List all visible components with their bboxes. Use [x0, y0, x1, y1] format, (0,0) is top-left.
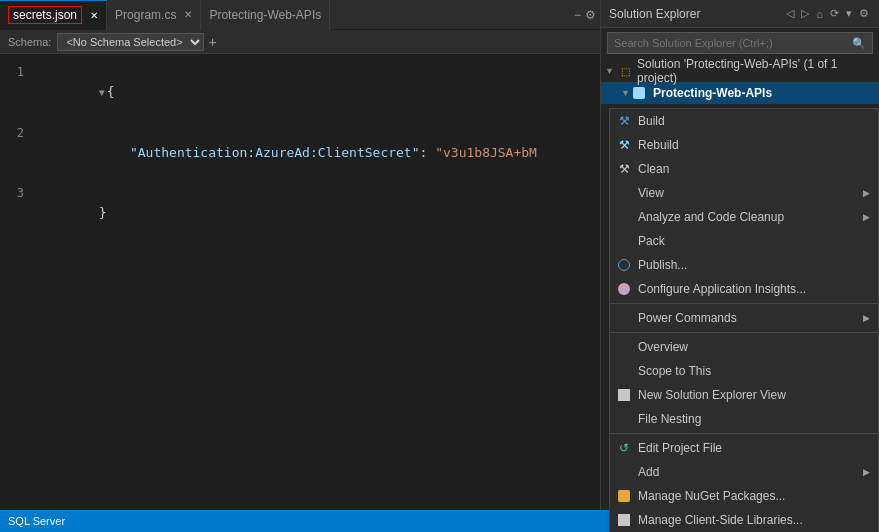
tab-close-secrets[interactable]: ✕	[90, 10, 98, 21]
search-icon: 🔍	[852, 37, 866, 50]
context-menu-label-view: View	[638, 186, 857, 200]
pack-icon	[616, 233, 632, 249]
context-menu-item-add[interactable]: Add ▶	[610, 460, 878, 484]
editproject-icon: ↺	[616, 440, 632, 456]
context-menu-label-client: Manage Client-Side Libraries...	[638, 513, 870, 527]
build-icon: ⚒	[616, 113, 632, 129]
minimize-icon[interactable]: −	[574, 8, 581, 22]
se-sync-btn[interactable]: ⟳	[828, 6, 841, 21]
power-icon	[616, 310, 632, 326]
se-back-btn[interactable]: ◁	[784, 6, 796, 21]
line-number-3: 3	[0, 183, 36, 203]
tree-item-project[interactable]: ▼ Protecting-Web-APIs	[601, 82, 879, 104]
context-menu-item-power[interactable]: Power Commands ▶	[610, 306, 878, 330]
context-menu-label-overview: Overview	[638, 340, 870, 354]
solution-explorer-title: Solution Explorer	[609, 7, 700, 21]
context-menu-item-overview[interactable]: Overview	[610, 335, 878, 359]
line-content-1: ▼{	[36, 62, 600, 123]
overview-icon	[616, 339, 632, 355]
context-menu-item-client[interactable]: Manage Client-Side Libraries...	[610, 508, 878, 532]
collapse-arrow[interactable]: ▼	[99, 87, 105, 98]
context-menu-label-rebuild: Rebuild	[638, 138, 870, 152]
context-menu-label-power: Power Commands	[638, 311, 857, 325]
tab-label-secrets: secrets.json	[8, 6, 82, 24]
tab-secrets-json[interactable]: secrets.json ✕	[0, 0, 107, 30]
context-menu-item-pack[interactable]: Pack	[610, 229, 878, 253]
code-line-2: 2 "Authentication:AzureAd:ClientSecret":…	[0, 123, 600, 183]
solution-icon: ⬚	[617, 63, 633, 79]
context-menu-item-view[interactable]: View ▶	[610, 181, 878, 205]
separator-2	[610, 332, 878, 333]
project-icon	[633, 87, 645, 99]
rebuild-icon: ⚒	[616, 137, 632, 153]
se-more-btn[interactable]: ⚙	[857, 6, 871, 21]
solution-label: Solution 'Protecting-Web-APIs' (1 of 1 p…	[637, 58, 875, 85]
power-submenu-arrow: ▶	[863, 313, 870, 323]
context-menu-label-build: Build	[638, 114, 870, 128]
tree-arrow-solution: ▼	[605, 66, 617, 76]
code-line-3: 3 }	[0, 183, 600, 243]
context-menu-label-editproject: Edit Project File	[638, 441, 870, 455]
schema-add-button[interactable]: +	[208, 34, 216, 50]
context-menu-item-scope[interactable]: Scope to This	[610, 359, 878, 383]
status-sql-server: SQL Server	[8, 515, 65, 527]
line-content-2: "Authentication:AzureAd:ClientSecret": "…	[36, 123, 600, 183]
solution-search-input[interactable]	[614, 37, 852, 49]
context-menu-label-analyze: Analyze and Code Cleanup	[638, 210, 857, 224]
context-menu-item-configure[interactable]: Configure Application Insights...	[610, 277, 878, 301]
context-menu-label-nuget: Manage NuGet Packages...	[638, 489, 870, 503]
code-editor[interactable]: 1 ▼{ 2 "Authentication:AzureAd:ClientSec…	[0, 54, 600, 532]
context-menu-item-filenesting[interactable]: File Nesting	[610, 407, 878, 431]
publish-icon	[616, 257, 632, 273]
tab-program-cs[interactable]: Program.cs ✕	[107, 0, 201, 30]
tab-close-program[interactable]: ✕	[184, 9, 192, 20]
se-toolbar: ◁ ▷ ⌂ ⟳ ▾ ⚙	[784, 6, 871, 21]
context-menu-item-nuget[interactable]: Manage NuGet Packages...	[610, 484, 878, 508]
add-icon	[616, 464, 632, 480]
editor-panel: secrets.json ✕ Program.cs ✕ Protecting-W…	[0, 0, 600, 532]
context-menu-label-publish: Publish...	[638, 258, 870, 272]
project-label: Protecting-Web-APIs	[653, 86, 772, 100]
line-number-1: 1	[0, 62, 36, 82]
settings-icon[interactable]: ⚙	[585, 8, 596, 22]
editor-toolbar: − ⚙	[574, 8, 600, 22]
view-submenu-arrow: ▶	[863, 188, 870, 198]
code-line-1: 1 ▼{	[0, 62, 600, 123]
context-menu-item-publish[interactable]: Publish...	[610, 253, 878, 277]
context-menu-item-clean[interactable]: ⚒ Clean	[610, 157, 878, 181]
filenesting-icon	[616, 411, 632, 427]
nuget-icon	[616, 488, 632, 504]
context-menu-item-newsol[interactable]: New Solution Explorer View	[610, 383, 878, 407]
newsol-icon	[616, 387, 632, 403]
solution-search-bar[interactable]: 🔍	[607, 32, 873, 54]
context-menu-label-pack: Pack	[638, 234, 870, 248]
client-icon	[616, 512, 632, 528]
tab-protecting-web-apis[interactable]: Protecting-Web-APIs	[201, 0, 330, 30]
context-menu: ⚒ Build ⚒ Rebuild ⚒ Clean View ▶ Analyze…	[609, 108, 879, 532]
tab-label-program: Program.cs	[115, 8, 176, 22]
line-content-3: }	[36, 183, 600, 243]
context-menu-label-configure: Configure Application Insights...	[638, 282, 870, 296]
context-menu-item-analyze[interactable]: Analyze and Code Cleanup ▶	[610, 205, 878, 229]
tab-bar: secrets.json ✕ Program.cs ✕ Protecting-W…	[0, 0, 600, 30]
view-icon	[616, 185, 632, 201]
separator-1	[610, 303, 878, 304]
context-menu-label-add: Add	[638, 465, 857, 479]
se-filter-btn[interactable]: ▾	[844, 6, 854, 21]
context-menu-label-filenesting: File Nesting	[638, 412, 870, 426]
context-menu-item-build[interactable]: ⚒ Build	[610, 109, 878, 133]
schema-select[interactable]: <No Schema Selected>	[57, 33, 204, 51]
context-menu-label-newsol: New Solution Explorer View	[638, 388, 870, 402]
se-forward-btn[interactable]: ▷	[799, 6, 811, 21]
tab-label-project: Protecting-Web-APIs	[209, 8, 321, 22]
context-menu-item-editproject[interactable]: ↺ Edit Project File	[610, 436, 878, 460]
tree-arrow-project: ▼	[621, 88, 633, 98]
configure-icon	[616, 281, 632, 297]
add-submenu-arrow: ▶	[863, 467, 870, 477]
context-menu-item-rebuild[interactable]: ⚒ Rebuild	[610, 133, 878, 157]
context-menu-label-clean: Clean	[638, 162, 870, 176]
line-number-2: 2	[0, 123, 36, 143]
tree-item-solution[interactable]: ▼ ⬚ Solution 'Protecting-Web-APIs' (1 of…	[601, 60, 879, 82]
schema-bar: Schema: <No Schema Selected> +	[0, 30, 600, 54]
se-home-btn[interactable]: ⌂	[814, 7, 825, 21]
